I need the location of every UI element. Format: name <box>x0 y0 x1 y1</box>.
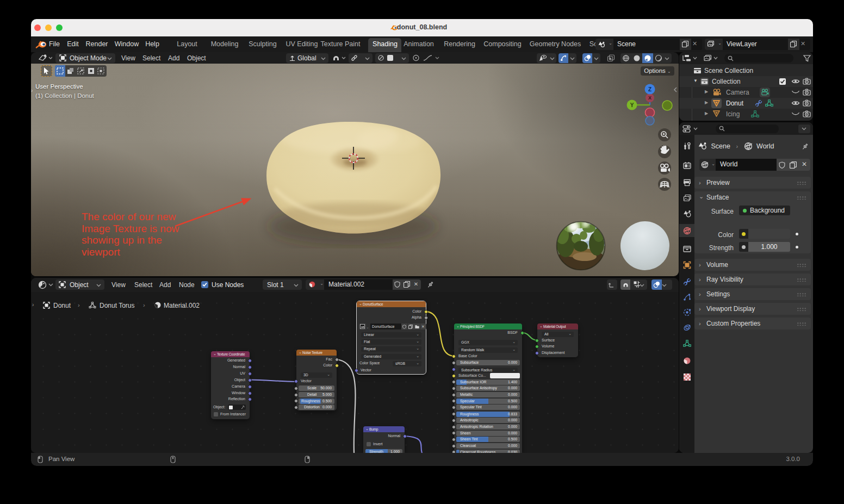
svg-text:X: X <box>648 95 651 101</box>
svg-text:Y: Y <box>630 102 634 108</box>
svg-text:Z: Z <box>648 86 651 92</box>
